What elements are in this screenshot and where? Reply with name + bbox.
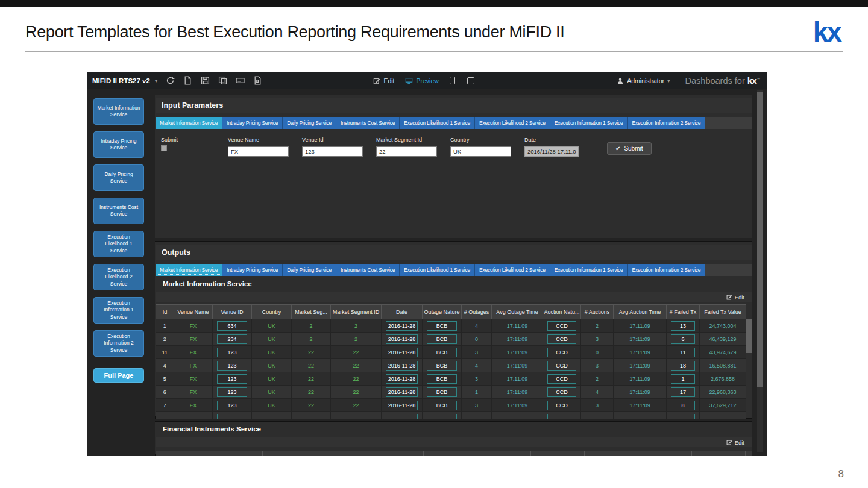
column-header-avg-auction-time[interactable]: Avg Auction Time bbox=[614, 305, 667, 319]
page-scrollbar-thumb[interactable] bbox=[757, 92, 763, 387]
tab-instruments-cost-service[interactable]: Instruments Cost Service bbox=[336, 264, 400, 276]
cell-box[interactable]: 18 bbox=[671, 361, 695, 371]
cell-box[interactable]: 17 bbox=[671, 387, 695, 397]
cell-box[interactable]: 11 bbox=[671, 348, 695, 357]
cell-box[interactable]: 123 bbox=[217, 387, 247, 397]
tab-execution-likelihood-1-service[interactable]: Execution Likelihood 1 Service bbox=[400, 117, 475, 129]
sidebar-item-execution-information-1-service[interactable]: Execution Information 1 Service bbox=[93, 297, 144, 324]
edit-mode-button[interactable]: Edit bbox=[373, 77, 394, 84]
tablet-view-icon[interactable] bbox=[467, 77, 474, 84]
financial-edit-link[interactable]: Edit bbox=[726, 439, 744, 446]
market-segment-id-input[interactable] bbox=[376, 146, 437, 157]
copy-icon[interactable] bbox=[218, 76, 227, 85]
tab-intraday-pricing-service[interactable]: Intraday Pricing Service bbox=[222, 264, 283, 276]
tab-execution-likelihood-2-service[interactable]: Execution Likelihood 2 Service bbox=[475, 117, 550, 129]
cell-box[interactable]: 234 bbox=[217, 334, 247, 344]
cell-box[interactable]: BCB bbox=[427, 374, 457, 384]
cell-box[interactable]: BCB bbox=[427, 401, 457, 410]
user-menu[interactable]: Administrator ▾ bbox=[617, 77, 670, 84]
cell-box[interactable]: 123 bbox=[217, 401, 247, 410]
tab-instruments-cost-service[interactable]: Instruments Cost Service bbox=[336, 117, 400, 129]
column-header-outage-nature[interactable]: Outage Nature bbox=[423, 305, 462, 319]
preview-mode-button[interactable]: Preview bbox=[405, 77, 438, 84]
cell-box[interactable]: 2016-11-28 bbox=[386, 334, 418, 344]
column-header-venue-name[interactable]: Venue Name bbox=[174, 305, 213, 319]
tab-execution-information-2-service[interactable]: Execution Information 2 Service bbox=[628, 117, 706, 129]
cell-box[interactable]: 6 bbox=[671, 334, 695, 344]
cell-box[interactable]: 1 bbox=[671, 374, 695, 384]
submit-checkbox[interactable] bbox=[161, 145, 167, 151]
venue-name-input[interactable] bbox=[228, 146, 289, 157]
cell-box[interactable]: BCB bbox=[427, 321, 457, 331]
column-header-id[interactable]: Id bbox=[156, 305, 174, 319]
cell-box[interactable]: 123 bbox=[217, 374, 247, 384]
column-header-auctions[interactable]: # Auctions bbox=[581, 305, 614, 319]
sidebar-item-market-information-service[interactable]: Market Information Service bbox=[93, 98, 144, 125]
column-header-market-segment-id[interactable]: Market Segment ID bbox=[331, 305, 382, 319]
cell-box[interactable]: 2016-11-28 bbox=[386, 401, 418, 410]
tab-daily-pricing-service[interactable]: Daily Pricing Service bbox=[283, 264, 336, 276]
tab-market-information-service[interactable]: Market Information Service bbox=[156, 264, 222, 276]
column-header-avg-outage-time[interactable]: Avg Outage Time bbox=[492, 305, 543, 319]
cell-box[interactable]: 8 bbox=[671, 401, 695, 410]
dashboard-caret-down-icon[interactable]: ▾ bbox=[155, 78, 158, 84]
tab-intraday-pricing-service[interactable]: Intraday Pricing Service bbox=[222, 117, 283, 129]
cell-box[interactable]: 2016-11-28 bbox=[386, 374, 418, 384]
sidebar-item-execution-likelihood-1-service[interactable]: Execution Likelihood 1 Service bbox=[93, 231, 144, 257]
cell-box[interactable]: 123 bbox=[217, 348, 247, 357]
submit-button[interactable]: ✔ Submit bbox=[607, 142, 652, 155]
column-header-auction-natu[interactable]: Auction Natu... bbox=[543, 305, 581, 319]
cell-box[interactable]: CCD bbox=[547, 321, 576, 331]
sidebar-item-execution-information-2-service[interactable]: Execution Information 2 Service bbox=[93, 330, 144, 357]
venue-id-input[interactable] bbox=[302, 146, 363, 157]
new-document-icon[interactable] bbox=[183, 76, 192, 85]
cell-box[interactable]: CCD bbox=[547, 361, 576, 371]
cell-box[interactable]: CCD bbox=[547, 374, 576, 384]
sidebar-item-instruments-cost-service[interactable]: Instruments Cost Service bbox=[93, 198, 144, 224]
outputs-edit-link[interactable]: Edit bbox=[726, 294, 744, 301]
tab-market-information-service[interactable]: Market Information Service bbox=[156, 117, 222, 129]
cell-box[interactable]: CCD bbox=[547, 387, 576, 397]
cell-box[interactable]: 2016-11-28 bbox=[386, 387, 418, 397]
cell-box[interactable]: 2016-11-28 bbox=[386, 361, 418, 371]
country-input[interactable] bbox=[450, 146, 511, 157]
cell-box[interactable]: BCB bbox=[427, 361, 457, 371]
tab-execution-likelihood-1-service[interactable]: Execution Likelihood 1 Service bbox=[400, 264, 475, 276]
sidebar-item-execution-likelihood-2-service[interactable]: Execution Likelihood 2 Service bbox=[93, 264, 144, 290]
table-scrollbar[interactable] bbox=[746, 319, 752, 418]
cell-box[interactable]: BCB bbox=[427, 387, 457, 397]
cell-box[interactable]: 634 bbox=[217, 321, 247, 331]
sidebar-item-daily-pricing-service[interactable]: Daily Pricing Service bbox=[93, 164, 144, 191]
cell-box[interactable]: CCD bbox=[547, 401, 576, 410]
column-header-failed-tx-value[interactable]: Failed Tx Value bbox=[700, 305, 746, 319]
tab-execution-information-2-service[interactable]: Execution Information 2 Service bbox=[628, 264, 706, 276]
cell-box[interactable]: 2016-11-28 bbox=[386, 321, 418, 331]
cell-box[interactable]: 123 bbox=[217, 361, 247, 371]
cell-box[interactable]: CCD bbox=[547, 348, 576, 357]
full-page-button[interactable]: Full Page bbox=[93, 368, 144, 383]
refresh-icon[interactable] bbox=[166, 76, 175, 85]
table-scrollbar-thumb[interactable] bbox=[746, 319, 752, 353]
column-header-outages[interactable]: # Outages bbox=[462, 305, 492, 319]
input-card-icon[interactable] bbox=[236, 76, 245, 85]
cell-box[interactable]: 2016-11-28 bbox=[386, 348, 418, 357]
tab-execution-information-1-service[interactable]: Execution Information 1 Service bbox=[550, 264, 628, 276]
tab-daily-pricing-service[interactable]: Daily Pricing Service bbox=[283, 117, 336, 129]
save-icon[interactable] bbox=[201, 76, 210, 85]
column-header-venue-id[interactable]: Venue ID bbox=[213, 305, 252, 319]
cell-box[interactable]: 13 bbox=[671, 321, 695, 331]
cell-box[interactable]: CCD bbox=[547, 334, 576, 344]
page-scrollbar[interactable] bbox=[757, 90, 763, 452]
column-header-failed-tx[interactable]: # Failed Tx bbox=[667, 305, 700, 319]
tab-execution-likelihood-2-service[interactable]: Execution Likelihood 2 Service bbox=[475, 264, 550, 276]
column-header-market-seg[interactable]: Market Seg... bbox=[292, 305, 331, 319]
column-header-country[interactable]: Country bbox=[252, 305, 292, 319]
tab-execution-information-1-service[interactable]: Execution Information 1 Service bbox=[550, 117, 628, 129]
cell-box[interactable]: BCB bbox=[427, 348, 457, 357]
column-header-date[interactable]: Date bbox=[382, 305, 423, 319]
cell-box[interactable]: BCB bbox=[427, 334, 457, 344]
date-input[interactable] bbox=[524, 146, 579, 157]
phone-view-icon[interactable] bbox=[450, 77, 455, 84]
sidebar-item-intraday-pricing-service[interactable]: Intraday Pricing Service bbox=[93, 131, 144, 158]
export-report-icon[interactable] bbox=[253, 76, 262, 85]
